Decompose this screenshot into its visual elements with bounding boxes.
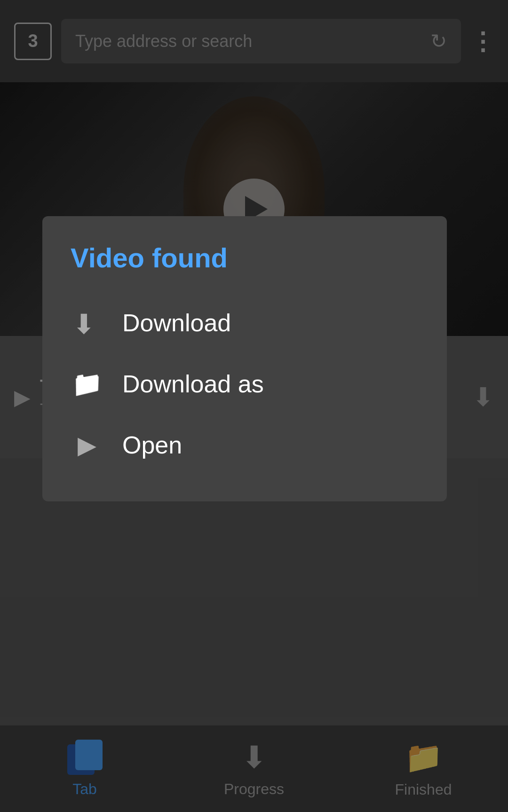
dialog-item-download[interactable]: Download: [71, 292, 419, 353]
video-found-dialog: Video found Download Download as Open: [42, 216, 447, 501]
open-icon: [71, 429, 103, 461]
download-label: Download: [122, 309, 231, 337]
download-icon: [71, 306, 103, 339]
folder-icon: [71, 367, 103, 400]
download-as-label: Download as: [122, 370, 264, 398]
open-label: Open: [122, 431, 182, 459]
dialog-item-download-as[interactable]: Download as: [71, 353, 419, 414]
dialog-item-open[interactable]: Open: [71, 414, 419, 476]
dialog-title: Video found: [71, 242, 419, 273]
